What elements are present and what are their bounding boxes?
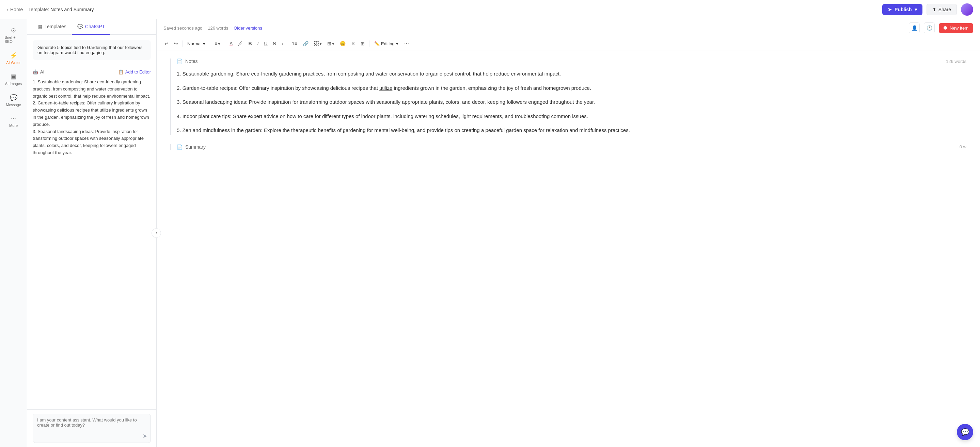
avatar[interactable] [961, 3, 973, 16]
bold-button[interactable]: B [246, 39, 254, 48]
clear-format-button[interactable]: ✕ [349, 39, 358, 48]
new-item-label: New Item [950, 25, 969, 31]
align-icon: ≡ [215, 41, 217, 46]
pen-icon: ✏️ [374, 41, 380, 46]
redo-button[interactable]: ↪ [172, 39, 180, 48]
chevron-left-icon: ‹ [7, 7, 8, 12]
add-to-editor-label: Add to Editor [125, 70, 151, 74]
tab-templates-label: Templates [45, 24, 67, 29]
chat-input[interactable] [37, 417, 137, 438]
share-button[interactable]: ⬆ Share [926, 4, 957, 15]
panel-tabs: ▦ Templates 💬 ChatGPT [27, 19, 156, 35]
toolbar-divider-3 [225, 41, 225, 47]
notes-section-title: 📄 Notes [177, 59, 198, 64]
more-options-button[interactable]: ⋯ [402, 39, 411, 48]
sidebar-icons: ⊙ Brief + SEO ⚡ AI Writer ▣ AI Images 💬 … [0, 19, 27, 447]
numbered-list-button[interactable]: 1≡ [290, 39, 300, 48]
chat-input-area: ➤ [27, 409, 156, 447]
numbered-list-icon: 1≡ [292, 41, 297, 46]
notes-para-3: 3. Seasonal landscaping ideas: Provide i… [177, 98, 966, 106]
chat-prompt-text: Generate 5 topics tied to Gardening that… [37, 45, 143, 55]
panel: ▦ Templates 💬 ChatGPT ‹ Generate 5 topic… [27, 19, 157, 447]
ai-label-text: AI [40, 70, 44, 74]
image-button[interactable]: 🖼 ▾ [312, 39, 324, 48]
align-button[interactable]: ≡ ▾ [212, 39, 223, 48]
emoji-icon: 😊 [340, 41, 345, 46]
sidebar-item-ai-images[interactable]: ▣ AI Images [2, 70, 25, 89]
editing-chevron-icon: ▾ [396, 41, 398, 46]
publish-arrow-icon: ➤ [888, 7, 892, 12]
text-color-button[interactable]: A [227, 39, 235, 48]
sidebar-item-more[interactable]: ··· More [2, 112, 25, 131]
table-button[interactable]: ⊞ ▾ [325, 39, 337, 48]
notes-title-text: Notes [185, 59, 198, 64]
user-add-icon-btn[interactable]: 👤 [909, 22, 920, 33]
word-count: 126 words [208, 25, 228, 31]
editor-area: Saved seconds ago 126 words Older versio… [157, 19, 980, 447]
bullet-list-button[interactable]: ≔ [279, 39, 289, 48]
bold-icon: B [248, 41, 251, 46]
publish-button[interactable]: ➤ Publish ▾ [882, 4, 923, 15]
undo-icon: ↩ [164, 41, 169, 46]
toolbar-divider-4 [369, 41, 369, 47]
summary-title-text: Summary [185, 144, 206, 150]
table-chevron-icon: ▾ [332, 41, 334, 46]
user-add-icon: 👤 [912, 25, 917, 31]
sidebar-item-ai-writer-label: AI Writer [6, 60, 21, 65]
notes-para-4: 4. Indoor plant care tips: Share expert … [177, 112, 966, 121]
new-item-dot [943, 26, 947, 30]
sidebar-item-message-label: Message [6, 103, 21, 107]
undo-button[interactable]: ↩ [162, 39, 171, 48]
sidebar-item-more-label: More [9, 124, 18, 128]
top-nav: ‹ Home Template: Notes and Summary ➤ Pub… [0, 0, 980, 19]
highlight-button[interactable]: 🖊 [235, 39, 245, 48]
link-icon: 🔗 [303, 41, 309, 46]
notes-para-2: 2. Garden-to-table recipes: Offer culina… [177, 84, 966, 92]
editing-mode-button[interactable]: ✏️ Editing ▾ [372, 40, 401, 48]
emoji-button[interactable]: 😊 [337, 39, 348, 48]
older-versions-link[interactable]: Older versions [234, 25, 262, 31]
ai-robot-icon: 🤖 [33, 70, 38, 74]
template-name: Notes and Summary [50, 7, 94, 12]
strikethrough-button[interactable]: S [271, 39, 278, 48]
new-item-button[interactable]: New Item [939, 23, 973, 33]
more-icon: ··· [11, 115, 16, 122]
ai-images-icon: ▣ [11, 73, 16, 80]
home-link[interactable]: ‹ Home [7, 7, 23, 12]
sidebar-item-message[interactable]: 💬 Message [2, 90, 25, 110]
chat-support-bubble[interactable]: 💬 [957, 424, 973, 440]
notes-para-1: 1. Sustainable gardening: Share eco-frie… [177, 70, 966, 78]
tab-templates[interactable]: ▦ Templates [33, 19, 72, 35]
italic-button[interactable]: I [255, 39, 261, 48]
extra-format-button[interactable]: ⊞ [358, 39, 367, 48]
notes-section: 📄 Notes 126 words 1. Sustainable gardeni… [170, 59, 966, 135]
summary-word-count: 0 w [959, 144, 966, 149]
tab-chatgpt[interactable]: 💬 ChatGPT [72, 19, 110, 35]
underline-button[interactable]: U [261, 39, 270, 48]
utilize-underline: utilize [379, 85, 392, 91]
strikethrough-icon: S [273, 41, 276, 46]
clock-icon-btn[interactable]: 🕐 [924, 22, 935, 33]
clear-format-icon: ✕ [351, 41, 355, 46]
add-to-editor-button[interactable]: 📋 Add to Editor [118, 70, 151, 74]
publish-label: Publish [894, 7, 912, 12]
image-icon: 🖼 [314, 41, 319, 46]
saved-status: Saved seconds ago [164, 25, 202, 31]
redo-icon: ↪ [174, 41, 178, 46]
sidebar-item-ai-writer[interactable]: ⚡ AI Writer [2, 48, 25, 68]
sidebar-item-brief-seo[interactable]: ⊙ Brief + SEO [2, 23, 25, 47]
send-button[interactable]: ➤ [143, 433, 147, 439]
toolbar-divider-1 [183, 41, 183, 47]
panel-collapse-button[interactable]: ‹ [151, 228, 161, 238]
chat-input-wrapper: ➤ [33, 414, 151, 443]
editor-toolbar: ↩ ↪ Normal ▾ ≡ ▾ A 🖊 B I U S ≔ 1≡ 🔗 🖼 ▾ … [157, 37, 980, 50]
notes-section-body[interactable]: 1. Sustainable gardening: Share eco-frie… [177, 70, 966, 135]
text-style-chevron-icon: ▾ [203, 41, 205, 46]
link-button[interactable]: 🔗 [300, 39, 311, 48]
share-upload-icon: ⬆ [932, 7, 936, 12]
italic-icon: I [258, 41, 259, 46]
text-style-select[interactable]: Normal ▾ [185, 40, 208, 48]
sidebar-item-ai-images-label: AI Images [5, 82, 22, 86]
extra-format-icon: ⊞ [361, 41, 365, 46]
table-icon: ⊞ [327, 41, 331, 46]
